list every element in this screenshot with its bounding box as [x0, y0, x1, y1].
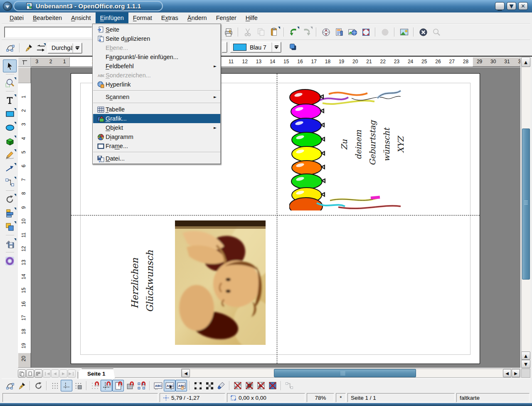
- menu-ansicht[interactable]: Ansicht: [66, 12, 96, 23]
- tool-3d-object-button[interactable]: [3, 135, 17, 148]
- menu-einfügen[interactable]: Einfügen: [96, 12, 128, 23]
- tool-arrange-button[interactable]: [3, 220, 17, 233]
- opt-picture-placeholder-button[interactable]: [232, 380, 244, 391]
- line-dialog-button[interactable]: [23, 42, 34, 53]
- load-url-field[interactable]: [4, 27, 92, 38]
- tool-ellipse-button[interactable]: [3, 121, 17, 134]
- opt-snap-to-margins-button[interactable]: [112, 380, 124, 391]
- insert-graphics-button[interactable]: [398, 26, 410, 38]
- undo-button[interactable]: [287, 26, 300, 38]
- page-tab[interactable]: Seite 1: [78, 369, 115, 379]
- opt-edit-points-button[interactable]: [4, 380, 16, 391]
- menu-hilfe[interactable]: Hilfe: [241, 12, 262, 23]
- navigator-button[interactable]: [320, 26, 332, 38]
- opt-simple-handles-button[interactable]: [192, 380, 204, 391]
- maximize-button[interactable]: ▼: [507, 2, 516, 10]
- next-page-button[interactable]: ▶: [59, 369, 67, 378]
- menu-item-hyperlink[interactable]: Hyperlink: [93, 80, 220, 89]
- zoom-page-button[interactable]: [360, 26, 372, 38]
- opt-quick-edit-button[interactable]: [152, 380, 164, 391]
- opt-glue-points-button[interactable]: [16, 380, 27, 391]
- tool-select-button[interactable]: [3, 59, 17, 72]
- vertical-scrollbar[interactable]: [521, 67, 530, 368]
- menu-item-grafik[interactable]: Grafik...: [93, 114, 220, 123]
- gallery-button[interactable]: [346, 26, 359, 38]
- opt-show-snap-lines-button[interactable]: [61, 380, 72, 391]
- opt-text-placeholder-button[interactable]: N: [255, 380, 267, 391]
- opt-large-handles-button[interactable]: [204, 380, 215, 391]
- cherub-painting[interactable]: [175, 220, 266, 345]
- hscroll-left-button[interactable]: ◀: [182, 369, 190, 377]
- redo-button[interactable]: [300, 26, 313, 38]
- menu-item-objekt[interactable]: Objekt►: [93, 123, 220, 132]
- opt-contour-mode-button[interactable]: [244, 380, 255, 391]
- menu-item-tabelle[interactable]: Tabelle: [93, 105, 220, 114]
- tool-alignment-button[interactable]: [3, 207, 17, 220]
- opt-double-click-edit-button[interactable]: [175, 380, 187, 391]
- card-front-text[interactable]: Zu deinem Geburtstag wünscht XYZ: [337, 124, 408, 166]
- hscroll-thumb[interactable]: [274, 369, 416, 377]
- shadow-button[interactable]: [288, 42, 298, 52]
- last-page-button[interactable]: ▶❙: [68, 369, 76, 378]
- menu-extras[interactable]: Extras: [157, 12, 183, 23]
- master-mode-button[interactable]: [26, 369, 34, 378]
- hscroll-left-button-2[interactable]: ◀: [503, 369, 511, 377]
- menu-item-seite[interactable]: Seite: [93, 25, 220, 34]
- vscroll-down-button[interactable]: ▼: [521, 360, 530, 368]
- tool-connector-button[interactable]: [3, 176, 17, 189]
- menu-datei[interactable]: Datei: [5, 12, 28, 23]
- tool-rotate-button[interactable]: [3, 193, 17, 206]
- tool-curve-button[interactable]: [3, 149, 17, 161]
- copy-button[interactable]: [255, 26, 267, 38]
- tool-lines-arrows-button[interactable]: [3, 162, 17, 175]
- tool-zoom-button[interactable]: [3, 77, 17, 89]
- menu-format[interactable]: Format: [128, 12, 157, 23]
- vscroll-thumb[interactable]: [522, 129, 530, 280]
- opt-show-grid-button[interactable]: [49, 380, 61, 391]
- tool-effects-button[interactable]: [3, 255, 17, 267]
- fill-color-combo[interactable]: Blau 7: [230, 42, 281, 53]
- line-style-dropdown-button[interactable]: [72, 43, 81, 53]
- opt-snap-to-object-points-button[interactable]: [135, 380, 147, 391]
- horizontal-scrollbar[interactable]: [181, 369, 520, 378]
- page-mode-button[interactable]: [18, 369, 26, 378]
- close-button[interactable]: ✕: [518, 2, 528, 10]
- opt-snap-to-grid-button[interactable]: [89, 380, 101, 391]
- opt-snap-to-object-border-button[interactable]: [124, 380, 135, 391]
- opt-modify-with-attributes-button[interactable]: [215, 380, 227, 391]
- fill-color-dropdown-button[interactable]: [271, 42, 281, 52]
- vscroll-up-button-2[interactable]: ▲: [521, 352, 530, 360]
- vertical-ruler[interactable]: 1234567891011121314151617181920: [18, 67, 31, 368]
- opt-exit-group-button[interactable]: [283, 380, 295, 391]
- opt-line-contour-button[interactable]: [267, 380, 278, 391]
- minimize-button[interactable]: ▁: [495, 2, 505, 10]
- arrow-style-button[interactable]: [35, 42, 46, 53]
- menu-item-feldbefehl[interactable]: Feldbefehl►: [93, 62, 220, 71]
- vscroll-up-button[interactable]: ▲: [521, 57, 530, 67]
- first-page-button[interactable]: ❙◀: [43, 369, 51, 378]
- menu-item-frame[interactable]: Frame...: [93, 141, 220, 151]
- menu-item-datei[interactable]: Datei...: [93, 154, 220, 163]
- menu-item-fangpunkt-linie-einfügen[interactable]: Fangpunkt/-linie einfügen...: [93, 52, 220, 62]
- title-bar[interactable]: Unbenannt3 - OpenOffice.org 1.1.1 ▁ ▼ ✕: [0, 0, 532, 12]
- ruler-origin-button[interactable]: [18, 57, 31, 67]
- stylist-button[interactable]: [333, 26, 345, 38]
- menu-bearbeiten[interactable]: Bearbeiten: [28, 12, 66, 23]
- paste-button[interactable]: [268, 26, 281, 38]
- line-style-combo[interactable]: Durchgä: [47, 42, 82, 54]
- object-button[interactable]: [379, 26, 391, 38]
- edit-points-button[interactable]: [5, 42, 16, 53]
- menu-ändern[interactable]: Ändern: [183, 12, 212, 23]
- tool-rectangle-button[interactable]: [3, 107, 17, 120]
- menu-fenster[interactable]: Fenster: [212, 12, 241, 23]
- cut-button[interactable]: [241, 26, 254, 38]
- menu-item-scannen[interactable]: Scannen►: [93, 92, 220, 102]
- stop-loading-button[interactable]: [417, 26, 429, 38]
- menu-item-diagramm[interactable]: Diagramm: [93, 132, 220, 141]
- hscroll-right-button[interactable]: ▶: [512, 369, 520, 377]
- previous-page-button[interactable]: ◀: [51, 369, 59, 378]
- search-button[interactable]: [430, 26, 443, 38]
- tool-insert-button[interactable]: [3, 238, 17, 250]
- opt-snap-to-snap-lines-button[interactable]: [101, 380, 112, 391]
- window-menu-button[interactable]: [3, 2, 12, 11]
